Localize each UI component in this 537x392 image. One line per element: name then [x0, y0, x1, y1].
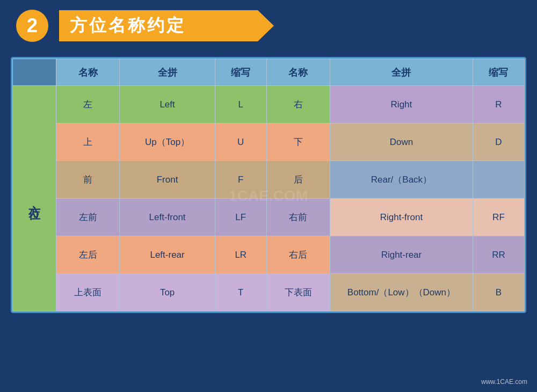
cell-abbr-left: U	[215, 124, 266, 161]
cell-fullpin-right: Right-front	[330, 199, 473, 236]
cell-abbr-right: R	[473, 86, 524, 124]
cell-name-left: 左后	[56, 236, 120, 274]
cell-fullpin-left: Top	[120, 274, 215, 311]
table-row: 方位左LeftL右RightR	[13, 86, 525, 124]
header-abbr1: 缩写	[215, 59, 266, 86]
table-row: 上表面TopT下表面Bottom/（Low）（Down）B	[13, 274, 525, 311]
cell-fullpin-right: Down	[330, 124, 473, 161]
cell-fullpin-left: Up（Top）	[120, 124, 215, 161]
title-arrow: 方位名称约定	[59, 10, 274, 41]
cell-abbr-right: RF	[473, 199, 524, 236]
cell-name-right: 后	[266, 161, 330, 199]
cell-abbr-left: LF	[215, 199, 266, 236]
logo-text: www.1CAE.com	[481, 378, 527, 386]
table-header-row: 名称 全拼 缩写 名称 全拼 缩写	[13, 59, 525, 86]
header-name2: 名称	[266, 59, 330, 86]
cell-fullpin-left: Left	[120, 86, 215, 124]
cell-name-right: 右后	[266, 236, 330, 274]
cell-name-left: 左	[56, 86, 120, 124]
side-header-cell: 方位	[13, 86, 56, 311]
table-row: 左后Left-rearLR右后Right-rearRR	[13, 236, 525, 274]
header-fullpin1: 全拼	[120, 59, 215, 86]
cell-abbr-left: T	[215, 274, 266, 311]
cell-fullpin-right: Rear/（Back）	[330, 161, 473, 199]
header: 2 方位名称约定	[0, 0, 537, 52]
cell-name-right: 下	[266, 124, 330, 161]
data-table: 名称 全拼 缩写 名称 全拼 缩写 方位左LeftL右RightR上Up（Top…	[12, 59, 525, 311]
cell-fullpin-right: Right	[330, 86, 473, 124]
cell-fullpin-right: Right-rear	[330, 236, 473, 274]
table-row: 左前Left-frontLF右前Right-frontRF	[13, 199, 525, 236]
table-container: 名称 全拼 缩写 名称 全拼 缩写 方位左LeftL右RightR上Up（Top…	[11, 57, 526, 313]
header-fullpin2: 全拼	[330, 59, 473, 86]
cell-fullpin-right: Bottom/（Low）（Down）	[330, 274, 473, 311]
cell-name-left: 上表面	[56, 274, 120, 311]
cell-abbr-right: D	[473, 124, 524, 161]
cell-fullpin-left: Front	[120, 161, 215, 199]
cell-abbr-right: B	[473, 274, 524, 311]
number-badge: 2	[16, 10, 48, 42]
cell-name-left: 上	[56, 124, 120, 161]
page-title: 方位名称约定	[70, 14, 186, 38]
header-side	[13, 59, 56, 86]
cell-abbr-left: L	[215, 86, 266, 124]
cell-name-left: 左前	[56, 199, 120, 236]
cell-abbr-left: F	[215, 161, 266, 199]
table-row: 前FrontF后Rear/（Back）	[13, 161, 525, 199]
cell-abbr-left: LR	[215, 236, 266, 274]
number-text: 2	[27, 14, 38, 37]
table-row: 上Up（Top）U下DownD	[13, 124, 525, 161]
cell-fullpin-left: Left-front	[120, 199, 215, 236]
logo: www.1CAE.com	[481, 378, 527, 386]
cell-name-right: 下表面	[266, 274, 330, 311]
cell-abbr-right: RR	[473, 236, 524, 274]
cell-name-right: 右前	[266, 199, 330, 236]
cell-name-left: 前	[56, 161, 120, 199]
cell-name-right: 右	[266, 86, 330, 124]
cell-abbr-right	[473, 161, 524, 199]
cell-fullpin-left: Left-rear	[120, 236, 215, 274]
header-abbr2: 缩写	[473, 59, 524, 86]
header-name1: 名称	[56, 59, 120, 86]
